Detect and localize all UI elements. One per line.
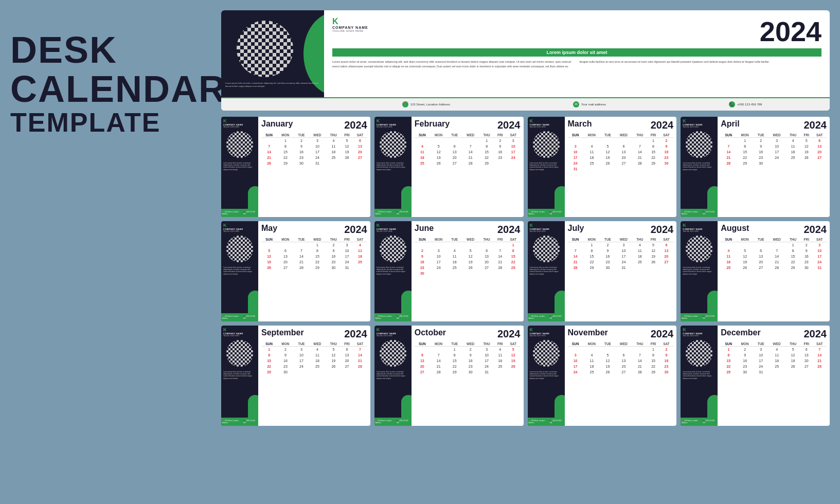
cal-header-sun: SUN xyxy=(721,341,736,347)
cal-header-fri: FRI xyxy=(648,133,659,138)
cal-day-cell: 31 xyxy=(754,369,768,375)
cal-day-cell xyxy=(632,265,647,271)
cal-day-cell: 25 xyxy=(326,155,341,160)
cal-year: 2024 xyxy=(497,224,521,236)
cal-day-cell: 17 xyxy=(506,149,521,155)
cal-left-strip: K COMPANY NAME TAGLINE GOES HERE Lorem i… xyxy=(528,221,565,321)
cal-day-cell: 28 xyxy=(632,160,647,166)
cal-day-cell: 25 xyxy=(494,364,506,369)
cal-day-cell: 6 xyxy=(277,248,294,254)
cal-day-cell: 7 xyxy=(353,347,367,353)
cal-day-cell xyxy=(447,271,462,276)
cal-day-cell: 8 xyxy=(583,248,600,254)
cal-day-cell xyxy=(494,271,506,276)
title-desk: DESK xyxy=(10,31,211,70)
company-name: COMPANY NAME xyxy=(332,26,368,29)
cal-day-cell: 30 xyxy=(736,369,753,375)
calendar-march: K COMPANY NAME TAGLINE GOES HERE Lorem i… xyxy=(528,117,677,217)
cal-day-cell: 26 xyxy=(785,364,800,369)
cal-logo-k: K xyxy=(530,328,550,332)
cal-day-cell: 1 xyxy=(583,242,600,248)
cal-header-mon: MON xyxy=(736,341,753,347)
cal-phone-mini: 📞 +000 123 456 789 xyxy=(549,420,563,424)
location-icon: 📍 xyxy=(402,101,408,107)
cal-day-cell: 4 xyxy=(632,242,647,248)
cal-day-cell: 18 xyxy=(583,364,600,369)
cal-day-cell: 24 xyxy=(568,369,583,375)
cal-day-cell: 13 xyxy=(447,149,462,155)
cal-day-cell: 22 xyxy=(648,364,659,369)
cal-day-cell: 8 xyxy=(506,248,521,254)
cal-logo-k: K xyxy=(377,223,397,228)
cover-year: 2024 xyxy=(760,17,821,45)
cal-week-row: 23242526272829 xyxy=(415,265,521,271)
cal-day-cell: 3 xyxy=(812,242,827,248)
cal-day-cell: 29 xyxy=(479,160,494,166)
cal-header-mon: MON xyxy=(736,133,753,138)
cal-day-cell: 19 xyxy=(462,259,479,265)
cal-day-cell: 12 xyxy=(430,149,447,155)
cal-logo-k: K xyxy=(530,119,550,123)
cal-day-cell: 30 xyxy=(462,369,479,375)
cal-week-row: 28293031 xyxy=(261,160,367,166)
cal-day-cell: 19 xyxy=(261,259,277,265)
cal-week-row: 45678910 xyxy=(721,248,827,254)
cal-day-cell: 28 xyxy=(568,265,583,271)
cal-tagline: TAGLINE GOES HERE xyxy=(530,230,550,232)
cal-day-cell: 18 xyxy=(353,254,367,259)
cal-day-cell: 1 xyxy=(479,138,494,144)
cal-day-cell: 9 xyxy=(659,352,674,358)
cal-day-cell: 9 xyxy=(415,254,430,259)
cal-month-name: July xyxy=(568,224,584,233)
cal-company-logo: K COMPANY NAME TAGLINE GOES HERE xyxy=(681,221,705,233)
cal-footer-strip: 📍 123 Street, Location Address 📞 +000 12… xyxy=(221,313,258,321)
cal-header-fri: FRI xyxy=(494,341,506,347)
cal-header-sun: SUN xyxy=(568,133,583,138)
cal-year: 2024 xyxy=(344,119,367,131)
cal-day-cell: 3 xyxy=(294,347,309,353)
cal-week-row: 16171819202122 xyxy=(415,259,521,265)
cal-year: 2024 xyxy=(804,119,827,131)
cal-day-cell: 7 xyxy=(430,352,447,358)
cal-photo-placeholder xyxy=(226,131,253,158)
cal-day-cell: 21 xyxy=(568,259,583,265)
cal-day-cell: 19 xyxy=(648,254,659,259)
cal-tagline: TAGLINE GOES HERE xyxy=(223,126,243,128)
cal-day-cell: 25 xyxy=(583,369,600,375)
cal-day-cell: 13 xyxy=(415,358,430,364)
cal-week-row: 11121314151617 xyxy=(721,254,827,259)
cal-header-sat: SAT xyxy=(506,237,521,242)
cal-day-cell: 14 xyxy=(721,149,736,155)
cal-day-cell: 29 xyxy=(721,369,736,375)
cal-day-cell: 26 xyxy=(506,364,521,369)
cal-day-cell: 7 xyxy=(721,143,736,149)
cal-header-tue: TUE xyxy=(600,237,615,242)
cal-day-cell: 23 xyxy=(600,259,615,265)
cal-header-fri: FRI xyxy=(494,237,506,242)
cal-day-cell: 29 xyxy=(447,369,462,375)
cal-day-cell: 23 xyxy=(415,265,430,271)
cal-day-cell: 11 xyxy=(447,254,462,259)
cal-day-cell: 1 xyxy=(506,242,521,248)
cal-day-cell: 11 xyxy=(721,254,736,259)
cal-week-row: 28293031 xyxy=(568,265,674,271)
cal-day-cell: 31 xyxy=(309,160,326,166)
cal-week-row: 14151617181920 xyxy=(568,254,674,259)
cal-day-cell xyxy=(615,138,632,144)
cal-day-cell xyxy=(648,265,659,271)
cal-table: SUNMONTUEWEDTHUFRISAT1234567891011121314… xyxy=(415,133,521,166)
cal-day-cell: 14 xyxy=(632,149,647,155)
cal-day-cell: 31 xyxy=(812,265,827,271)
cal-day-cell: 29 xyxy=(785,265,800,271)
cal-day-cell: 7 xyxy=(568,248,583,254)
cal-week-row: 21222324252627 xyxy=(721,155,827,160)
cal-header-sun: SUN xyxy=(261,237,277,242)
cal-day-cell: 11 xyxy=(494,352,506,358)
cal-day-cell: 26 xyxy=(800,155,812,160)
cover-bottom-section: 📍 123 Street, Location Address ✉ Your ma… xyxy=(221,97,830,111)
cal-day-cell: 19 xyxy=(785,358,800,364)
cal-day-cell xyxy=(353,369,367,375)
cal-header-fri: FRI xyxy=(648,237,659,242)
title-template: TEMPLATE xyxy=(10,109,211,137)
cal-header-wed: WED xyxy=(462,237,479,242)
